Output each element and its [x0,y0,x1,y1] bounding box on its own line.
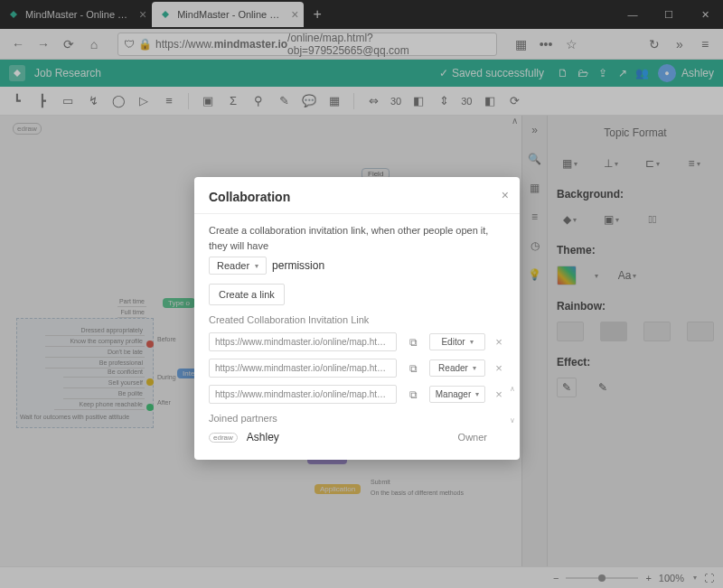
delete-link-button[interactable]: × [493,387,505,401]
chevron-down-icon: ▾ [255,262,258,270]
role-value: Editor [441,337,465,347]
role-value: Reader [438,363,468,373]
created-links-label: Created Collaboration Invitation Link [209,314,505,325]
partners-label: Joined partners [209,413,505,424]
role-value: Manager [436,389,471,399]
modal-scrollbar[interactable]: ∧ ∨ [509,385,516,449]
permission-suffix: permission [272,259,324,272]
collaboration-modal: Collaboration × Create a collaboration i… [194,177,520,460]
delete-link-button[interactable]: × [493,335,505,349]
modal-title: Collaboration [209,190,505,204]
copy-icon[interactable]: ⧉ [404,359,422,378]
role-selector[interactable]: Editor▾ [429,333,485,350]
modal-hint: Create a collaboration invitation link, … [209,223,505,253]
permission-value: Reader [217,260,249,271]
role-selector[interactable]: Manager▾ [429,386,485,403]
delete-link-button[interactable]: × [493,361,505,375]
role-selector[interactable]: Reader▾ [429,359,485,377]
link-input[interactable]: https://www.mindmaster.io/online/map.htm… [209,359,397,378]
owner-label: Owner [458,432,487,443]
link-row-0: https://www.mindmaster.io/online/map.htm… [209,332,505,351]
permission-selector[interactable]: Reader ▾ [209,257,267,275]
close-modal-button[interactable]: × [502,188,509,202]
link-input[interactable]: https://www.mindmaster.io/online/map.htm… [209,332,397,351]
partner-logo: edraw [209,433,238,443]
scroll-up-icon[interactable]: ∧ [509,385,516,393]
link-row-2: https://www.mindmaster.io/online/map.htm… [209,385,505,404]
copy-icon[interactable]: ⧉ [404,386,422,404]
link-input[interactable]: https://www.mindmaster.io/online/map.htm… [209,385,397,404]
link-row-1: https://www.mindmaster.io/online/map.htm… [209,359,505,378]
scroll-down-icon[interactable]: ∨ [509,416,516,425]
partner-name: Ashley [247,431,279,443]
create-link-button[interactable]: Create a link [209,284,285,305]
copy-icon[interactable]: ⧉ [404,333,422,351]
